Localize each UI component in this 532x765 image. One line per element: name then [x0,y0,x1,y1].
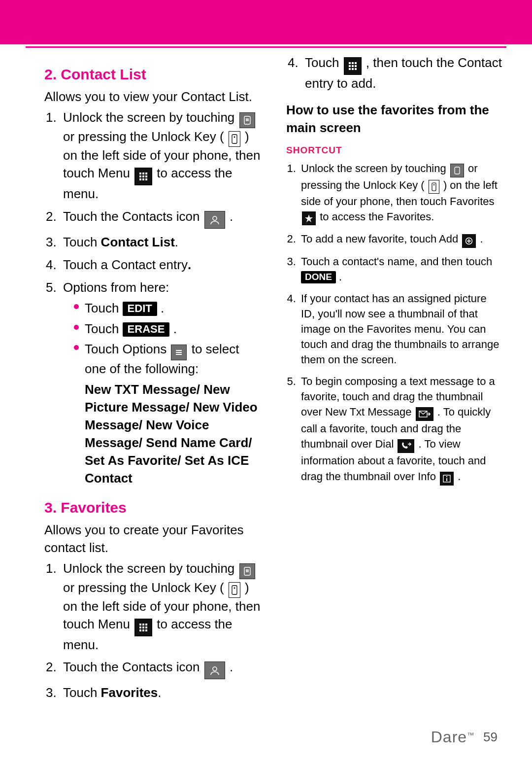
contacts-icon [204,211,225,229]
text: To add a new favorite, touch Add [301,233,461,245]
cl-step-5: Options from here: Touch EDIT . Touch ER… [60,279,261,487]
text: Touch a contact's name, and then touch [301,255,492,268]
svg-rect-4 [139,173,141,174]
page-number: 59 [483,730,498,745]
favorites-intro: Allows you to create your Favorites cont… [44,522,261,557]
contacts-icon [204,661,225,679]
svg-rect-27 [139,629,141,631]
text: . [173,321,177,336]
text: Touch [85,301,123,315]
svg-rect-28 [142,629,144,631]
shortcut-steps: Unlock the screen by touching or pressin… [286,161,502,486]
heading-contact-list: 2. Contact List [44,64,261,84]
favorites-star-icon [302,211,316,225]
text: . [161,301,164,315]
text: . [339,271,342,283]
svg-rect-41 [432,183,436,191]
fav-step-4: Touch , then touch the Contact entry to … [302,54,502,93]
opt-erase: Touch ERASE . [74,320,261,338]
svg-rect-36 [355,65,357,67]
cl-step-3: Touch Contact List. [60,234,261,251]
unlock-key-icon [229,131,240,147]
text: . [188,257,191,272]
svg-rect-6 [145,173,147,174]
svg-rect-35 [352,65,354,67]
erase-button[interactable]: ERASE [123,322,170,337]
opt-options: Touch Options to select one of the follo… [74,341,261,487]
svg-point-3 [233,137,235,138]
svg-rect-40 [455,167,460,174]
sc-step-5: To begin composing a text message to a f… [299,374,502,486]
heading-favorites: 3. Favorites [44,497,261,518]
svg-point-42 [433,184,434,185]
text: to access the Favorites. [320,210,434,223]
svg-rect-7 [139,175,141,177]
unlock-key-icon [429,180,439,194]
fav-step-1: Unlock the screen by touching or pressin… [60,560,261,654]
text: Touch [85,321,123,336]
svg-rect-19 [232,586,237,594]
text: Touch [305,55,343,70]
brand-logo: Dare™ [431,728,474,746]
svg-rect-23 [145,624,147,626]
text: Options from here: [63,280,169,295]
svg-rect-31 [349,62,351,64]
svg-rect-10 [139,178,141,180]
text: . [175,235,178,249]
svg-rect-22 [142,624,144,626]
svg-rect-37 [349,68,351,70]
text: Touch the Contacts icon [63,209,203,224]
svg-rect-52 [446,478,447,481]
svg-rect-51 [446,476,447,477]
header-underline [26,46,506,48]
svg-marker-43 [305,214,313,222]
svg-rect-26 [145,626,147,628]
new-txt-message-icon [416,407,433,421]
svg-rect-29 [145,629,147,631]
svg-rect-39 [355,68,357,70]
unlock-touch-icon [450,164,464,177]
unlock-touch-icon [239,563,255,579]
sc-step-3: Touch a contact's name, and then touch D… [299,254,502,284]
text: or pressing the Unlock Key ( [63,580,228,595]
text: . [230,209,233,224]
options-icon [171,345,187,360]
text-bold: Favorites [101,685,158,700]
sc-step-4: If your contact has an assigned picture … [299,291,502,368]
svg-rect-24 [139,626,141,628]
page-footer: Dare™ 59 [431,728,498,746]
add-plus-icon [462,234,476,248]
header-band [0,0,532,44]
svg-rect-5 [142,173,144,174]
text: . [480,233,483,245]
shortcut-label: SHORTCUT [286,144,502,157]
contact-list-intro: Allows you to view your Contact List. [44,88,261,106]
svg-rect-2 [232,135,237,143]
svg-point-30 [213,667,217,671]
svg-rect-9 [145,175,147,177]
done-button[interactable]: DONE [301,271,336,283]
svg-rect-21 [139,624,141,626]
text: or pressing the Unlock Key ( [63,129,228,144]
text: Touch a Contact entry [63,257,188,272]
svg-point-13 [213,216,217,220]
fav-step-3: Touch Favorites. [60,684,261,702]
howto-heading: How to use the favorites from the main s… [286,102,502,137]
svg-rect-33 [355,62,357,64]
edit-button[interactable]: EDIT [123,302,157,316]
menu-grid-icon [134,619,152,636]
menu-grid-icon [344,57,362,75]
dial-phone-icon [398,439,414,453]
svg-rect-34 [349,65,351,67]
text: Unlock the screen by touching [301,162,449,174]
text: . [230,660,233,674]
svg-rect-18 [246,569,249,572]
svg-rect-14 [176,350,182,351]
options-list: Touch EDIT . Touch ERASE . Touch Options… [63,300,261,487]
svg-rect-15 [176,352,182,353]
text-bold: Contact List [101,235,175,249]
svg-rect-38 [352,68,354,70]
svg-point-20 [233,587,235,589]
svg-rect-32 [352,62,354,64]
sc-step-2: To add a new favorite, touch Add . [299,231,502,248]
